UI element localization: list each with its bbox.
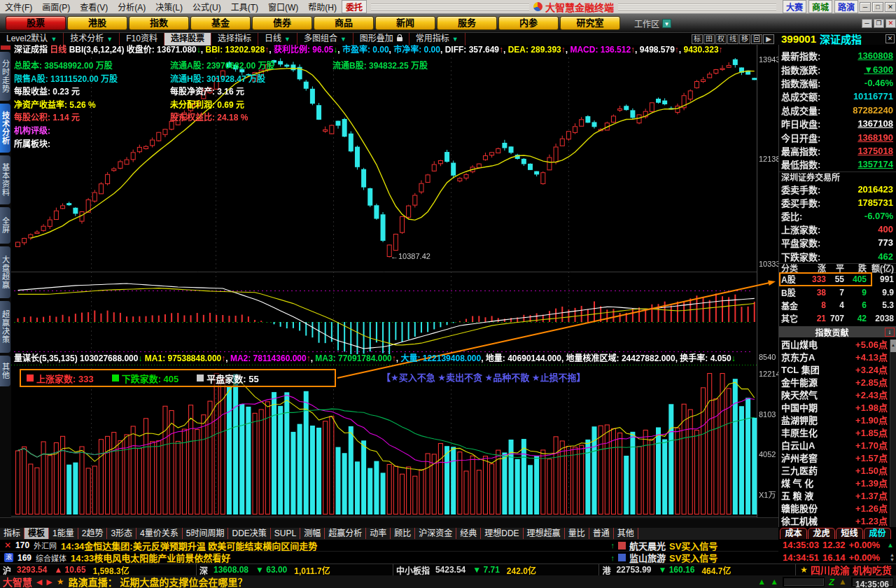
- workspace-dropdown-icon[interactable]: ▼: [662, 19, 671, 28]
- roadshow-ticker[interactable]: 路演直播： 近期大盘的支撑位会在哪里？: [69, 575, 248, 588]
- indicator-tab-超赢分析[interactable]: 超赢分析: [325, 528, 366, 539]
- indicator-tab-测幅[interactable]: 测幅: [300, 528, 325, 539]
- window-minimize-button[interactable]: ─: [862, 19, 872, 28]
- left-tab-基本资料[interactable]: 基本资料: [0, 155, 10, 204]
- toolbar-item-Level2默认[interactable]: Level2默认▼: [0, 33, 64, 46]
- left-tab-超赢决策[interactable]: 超赢决策: [0, 301, 10, 353]
- mini-toolbar-button-田[interactable]: 田: [704, 34, 715, 44]
- indicator-tab-顾比[interactable]: 顾比: [391, 528, 415, 539]
- indicator-tab-经典[interactable]: 经典: [456, 528, 481, 539]
- contribution-row[interactable]: 徐工机械+1.23点: [779, 514, 896, 526]
- toolbar-item-F10资料[interactable]: F10资料: [120, 33, 164, 46]
- tab-基金[interactable]: 基金: [190, 16, 251, 30]
- contribution-row[interactable]: 三九医药+1.50点: [779, 463, 896, 476]
- mini-toolbar-button-标[interactable]: 标: [692, 34, 703, 44]
- sidebar-tab-成本[interactable]: 成本: [780, 528, 807, 539]
- left-tab-全屏[interactable]: 全屏: [0, 207, 10, 244]
- window-minimize-button[interactable]: ─: [860, 2, 871, 12]
- scrollbar-thumb[interactable]: ▲: [890, 340, 896, 352]
- tab-指数[interactable]: 指数: [129, 16, 189, 30]
- contribution-row[interactable]: 京东方A+4.13点: [779, 350, 896, 363]
- menu-item[interactable]: 决策(L): [150, 0, 188, 13]
- toolbar-item-日线[interactable]: 日线▼: [258, 33, 298, 46]
- tab-债券[interactable]: 债券: [252, 16, 312, 30]
- list-scroll-buttons[interactable]: ▲▼: [890, 552, 895, 562]
- indicator-tab-SUPL[interactable]: SUPL: [271, 528, 300, 539]
- contribution-row[interactable]: 金牛能源+2.85点: [779, 375, 896, 388]
- indicator-tab-量比[interactable]: 量比: [565, 528, 589, 539]
- menu-item[interactable]: 窗口(W): [263, 0, 303, 13]
- sidebar-tab-成份[interactable]: 成份: [864, 528, 891, 539]
- tab-服务[interactable]: 服务: [437, 16, 497, 30]
- next-button[interactable]: ▶: [46, 578, 52, 587]
- sidebar-scrollbar[interactable]: ▲: [890, 340, 896, 527]
- signal-stock-name[interactable]: 航天晨光: [629, 539, 666, 551]
- signal-stock-name[interactable]: 监山旅游: [629, 551, 666, 564]
- menu-item[interactable]: 画面(P): [37, 0, 75, 13]
- toolbar-item-多图组合[interactable]: 多图组合▼: [298, 33, 354, 46]
- badge-button-路演[interactable]: 路演: [834, 0, 858, 13]
- contribution-row[interactable]: 煤 气 化+1.39点: [779, 476, 896, 489]
- toolbar-item-选择指标[interactable]: 选择指标: [211, 33, 258, 46]
- contribution-row[interactable]: 五 粮 液+1.37点: [779, 489, 896, 501]
- scroll-up-icon[interactable]: ▲: [890, 552, 895, 557]
- contribution-row[interactable]: 赣能股份+1.26点: [779, 501, 896, 514]
- window-close-button[interactable]: ✕: [886, 19, 896, 28]
- indicator-tab-模板[interactable]: 模板: [24, 528, 49, 539]
- indicator-tab-沪深资金[interactable]: 沪深资金: [415, 528, 456, 539]
- indicator-tab-理想DDE[interactable]: 理想DDE: [481, 528, 523, 539]
- category-row-其它[interactable]: 其它21707422038: [779, 312, 896, 325]
- left-tab-分时走势[interactable]: 分时走势: [0, 52, 10, 101]
- scroll-down-icon[interactable]: ▼: [890, 557, 895, 562]
- stock-alert[interactable]: ★四川成渝 机构吃货: [796, 564, 896, 575]
- roll-ticker-icon[interactable]: 滚: [4, 553, 13, 562]
- contribution-row[interactable]: 陕天然气+2.43点: [779, 388, 896, 400]
- indicator-tab-2趋势[interactable]: 2趋势: [78, 528, 108, 539]
- indicator-tab-3形态[interactable]: 3形态: [107, 528, 136, 539]
- tab-股票[interactable]: 股票: [6, 16, 66, 30]
- contribution-row[interactable]: 白云山A+1.70点: [779, 438, 896, 451]
- mini-toolbar-button-线[interactable]: 线: [727, 34, 738, 44]
- close-ticker-icon[interactable]: ✕: [4, 540, 11, 550]
- contribution-row[interactable]: 盐湖钾肥+1.90点: [779, 413, 896, 426]
- contribution-row[interactable]: TCL 集团+3.24点: [779, 363, 896, 375]
- category-row-B股[interactable]: B股38799.9: [779, 286, 896, 299]
- toolbar-item-常用指标[interactable]: 常用指标▼: [410, 33, 465, 46]
- indicator-tab-1能量[interactable]: 1能量: [49, 528, 78, 539]
- category-row-A股[interactable]: A股33355405991: [779, 273, 896, 286]
- left-tab-大盘超赢[interactable]: 大盘超赢: [0, 246, 10, 298]
- badge-button-商城[interactable]: 商城: [808, 0, 832, 13]
- window-maximize-button[interactable]: □: [872, 2, 883, 12]
- window-restore-button[interactable]: ❐: [874, 19, 884, 28]
- mini-toolbar-button-▶[interactable]: ▶: [763, 34, 774, 44]
- badge-button-大赛[interactable]: 大赛: [783, 0, 806, 13]
- indicator-tab-动率[interactable]: 动率: [366, 528, 391, 539]
- indicator-tab-指标[interactable]: 指标: [0, 528, 24, 539]
- menu-item[interactable]: 查看(V): [75, 0, 113, 13]
- window-close-button[interactable]: ✕: [885, 2, 896, 12]
- category-row-基金[interactable]: 基金8465.3: [779, 299, 896, 312]
- tab-内参[interactable]: 内参: [498, 16, 559, 30]
- menu-item[interactable]: 工具(T): [226, 0, 263, 13]
- contribution-row[interactable]: 西山煤电+5.06点: [779, 337, 896, 350]
- trade-menu-item[interactable]: 委托: [342, 0, 367, 13]
- tab-研究室[interactable]: 研究室: [560, 16, 620, 30]
- indicator-tab-DDE决策[interactable]: DDE决策: [228, 528, 270, 539]
- menu-item[interactable]: 文件(F): [0, 0, 37, 13]
- contribution-row[interactable]: 泸州老窖+1.57点: [779, 451, 896, 463]
- menu-item[interactable]: 帮助(H): [303, 0, 342, 13]
- tab-新闻[interactable]: 新闻: [375, 16, 435, 30]
- sidebar-tab-短线[interactable]: 短线: [836, 528, 863, 539]
- left-tab-其他[interactable]: 其他: [0, 356, 10, 386]
- toolbar-item-技术分析[interactable]: 技术分析▼: [64, 33, 120, 46]
- symbol-close-button[interactable]: ✕: [886, 34, 895, 43]
- indicator-tab-其他[interactable]: 其他: [614, 528, 638, 539]
- news-headline[interactable]: 14:33核电风电太阳能产业前景依然看好: [71, 551, 230, 564]
- menu-item[interactable]: 分析(A): [113, 0, 150, 13]
- indicator-tab-普通[interactable]: 普通: [589, 528, 614, 539]
- indicator-tab-5时间周期[interactable]: 5时间周期: [183, 528, 229, 539]
- tab-港股[interactable]: 港股: [67, 16, 127, 30]
- toolbar-item-选择股票[interactable]: 选择股票: [164, 33, 211, 46]
- left-tab-技术分析[interactable]: 技术分析: [0, 104, 10, 153]
- prev-button[interactable]: ◀: [36, 578, 42, 587]
